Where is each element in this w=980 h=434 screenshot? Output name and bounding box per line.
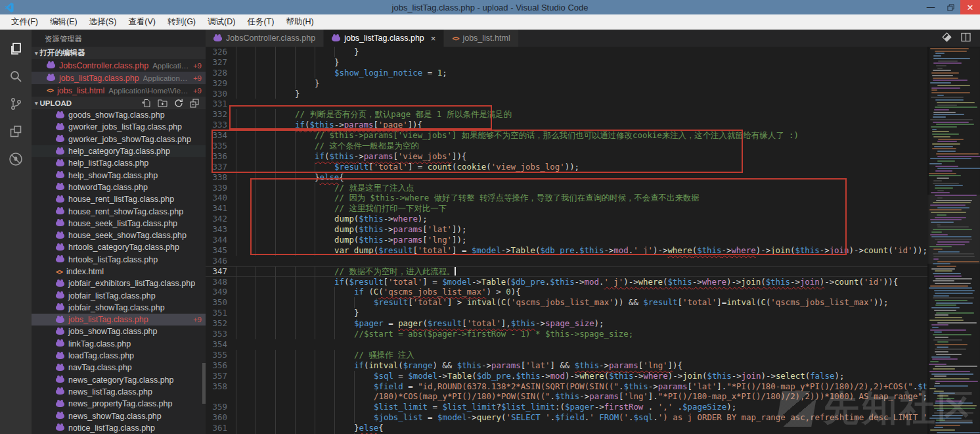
minimap-line [937, 224, 941, 226]
code-token: FROM [599, 412, 619, 422]
tab-jobs_listTag.class.php[interactable]: jobs_listTag.class.php× [324, 30, 444, 47]
file-row[interactable]: goods_showTag.class.php [32, 109, 206, 121]
file-row[interactable]: jobfair_exhibitors_listTag.class.php [32, 277, 206, 289]
explorer-sidebar: 资源管理器 ▾ 打开的编辑器 JobsController.class.phpA… [32, 30, 206, 434]
menubar-item[interactable]: 选择(S) [83, 15, 123, 29]
open-editor-item[interactable]: <>jobs_list.htmlApplication\Home\View\de… [32, 84, 206, 97]
code-token: $this [359, 214, 383, 224]
file-row[interactable]: help_categoryTag.class.php [32, 145, 206, 157]
indent-guide [275, 109, 295, 120]
file-row[interactable]: hrtools_categoryTag.class.php [32, 241, 206, 253]
file-row[interactable]: house_seek_showTag.class.php [32, 229, 206, 241]
minimap-line [930, 429, 955, 431]
menubar-item[interactable]: 转到(G) [162, 15, 202, 29]
menubar-item[interactable]: 编辑(E) [44, 15, 83, 29]
file-name: house_rent_showTag.class.php [68, 207, 183, 216]
file-row[interactable]: house_seek_listTag.class.php [32, 218, 206, 229]
code-token: ( [888, 245, 893, 255]
refresh-icon[interactable] [174, 99, 183, 108]
file-row[interactable]: jobfair_showTag.class.php [32, 302, 206, 314]
search-icon[interactable] [0, 62, 32, 90]
file-row[interactable]: jobs_showTag.class.php [32, 326, 206, 337]
minimap-line [933, 202, 971, 203]
file-row[interactable]: news_propertyTag.class.php [32, 398, 206, 410]
minimap-line [934, 412, 974, 414]
code-token: 'qscms_jobs_list_max' [384, 287, 487, 297]
menubar-item[interactable]: 调试(D) [202, 15, 241, 29]
file-name: help_categoryTag.class.php [68, 147, 170, 156]
file-row[interactable]: house_rent_listTag.class.php [32, 193, 206, 205]
open-preview-icon[interactable] [942, 32, 952, 44]
menubar-item[interactable]: 查看(V) [122, 15, 162, 29]
open-editors-section-header[interactable]: ▾ 打开的编辑器 [32, 47, 206, 59]
line-number: 332 [206, 109, 236, 120]
code-token: C [761, 297, 765, 307]
minimap-line [937, 156, 980, 157]
file-row[interactable]: news_categoryTag.class.php [32, 374, 206, 386]
indent-guide [236, 350, 256, 360]
collapse-all-icon[interactable] [190, 99, 199, 108]
explorer-icon[interactable] [0, 35, 32, 62]
source-control-icon[interactable] [0, 90, 32, 118]
tab-JobsController.class.php[interactable]: JobsController.class.php [206, 30, 324, 47]
tab-bar: JobsController.class.phpjobs_listTag.cla… [206, 30, 980, 47]
menubar-item[interactable]: 文件(F) [5, 15, 44, 29]
file-row[interactable]: navTag.class.php [32, 362, 206, 374]
open-editor-item[interactable]: jobs_listTag.class.phpApplication\Commo.… [32, 72, 206, 84]
file-row[interactable]: notice_listTag.class.php [32, 422, 206, 434]
file-row[interactable]: help_showTag.class.php [32, 169, 206, 181]
minimap[interactable] [927, 47, 980, 434]
file-row[interactable]: hrtools_listTag.class.php [32, 254, 206, 266]
debug-disabled-icon[interactable] [0, 145, 32, 173]
file-row[interactable]: loadTag.class.php [32, 350, 206, 362]
file-row[interactable]: gworker_jobs_listTag.class.php [32, 121, 206, 133]
file-row[interactable]: news_listTag.class.php [32, 386, 206, 398]
code-line: 334// $this->params['view_jobs'] 如果能够不为空… [206, 130, 927, 141]
minimap-line [937, 347, 949, 348]
php-file-icon [56, 197, 64, 203]
code-token: $result [378, 245, 412, 255]
close-button[interactable]: ✕ [960, 0, 980, 14]
code-token: $model [437, 412, 467, 422]
php-file-icon [56, 341, 64, 347]
file-row[interactable]: house_rent_showTag.class.php [32, 205, 206, 217]
file-row[interactable]: help_listTag.class.php [32, 157, 206, 169]
restore-button[interactable] [941, 0, 960, 14]
code-token: -> [384, 224, 393, 234]
open-editor-item[interactable]: JobsController.class.phpApplication\Hom.… [32, 59, 206, 72]
file-name: jobs_list.html [57, 86, 104, 95]
code-text: // $this->params['view_jobs'] 如果能够不为空的话，… [236, 130, 799, 141]
new-file-icon[interactable] [142, 99, 151, 108]
code-line: 342dump($this->where); [206, 214, 927, 224]
code-text: // 因为 $this->where 做好了转整 转浮点等操作，导致了我们在查询… [236, 193, 700, 203]
menubar-item[interactable]: 任务(T) [241, 15, 280, 29]
line-number: 357 [206, 371, 236, 381]
minimap-line [937, 197, 943, 199]
indent-guide [334, 287, 354, 297]
file-row[interactable]: hotwordTag.class.php [32, 181, 206, 193]
tab-close-icon[interactable]: × [431, 34, 436, 43]
file-row[interactable]: jobs_listTag.class.php+9 [32, 314, 206, 326]
line-number: 359 [206, 402, 236, 412]
code-token: ] = [452, 245, 472, 255]
file-row[interactable]: news_showTag.class.php [32, 410, 206, 422]
folder-section-header[interactable]: ▾ UPLOAD [32, 97, 206, 109]
new-folder-icon[interactable] [158, 99, 167, 108]
code-editor[interactable]: 326}327}328$show_login_notice = 1;329}33… [206, 47, 927, 434]
file-row[interactable]: jobfair_listTag.class.php [32, 289, 206, 301]
minimize-button[interactable]: — [921, 0, 941, 14]
code-token: -> [535, 318, 545, 328]
file-row[interactable]: linkTag.class.php [32, 338, 206, 350]
code-token: $this [359, 235, 383, 245]
extensions-icon[interactable] [0, 118, 32, 145]
file-name: hrtools_categoryTag.class.php [68, 243, 179, 252]
php-file-icon [332, 36, 340, 41]
split-editor-icon[interactable] [961, 32, 971, 44]
indent-guide [275, 412, 295, 423]
minimap-line [935, 300, 968, 301]
php-file-icon [47, 62, 55, 68]
file-row[interactable]: gworker_jobs_showTag.class.php [32, 133, 206, 145]
file-row[interactable]: <>index.html [32, 266, 206, 277]
tab-jobs_list.html[interactable]: <>jobs_list.html [444, 30, 518, 47]
menubar-item[interactable]: 帮助(H) [280, 15, 319, 29]
